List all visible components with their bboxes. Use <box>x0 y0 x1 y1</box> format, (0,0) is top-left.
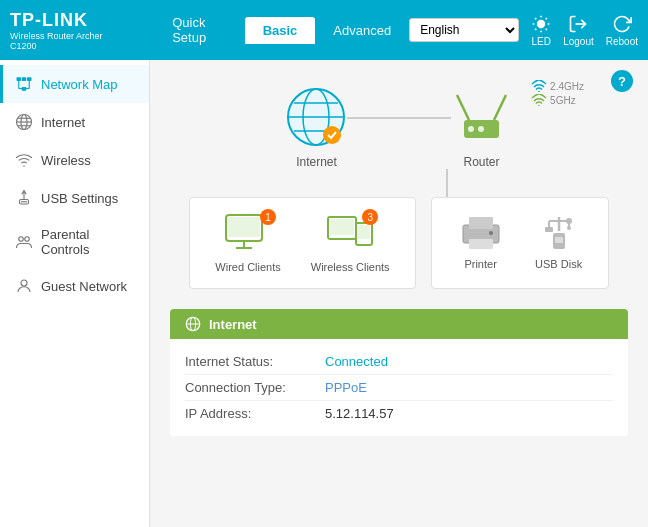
nav-tabs: Quick Setup Basic Advanced <box>154 9 409 51</box>
svg-point-15 <box>23 165 25 167</box>
connection-type-label: Connection Type: <box>185 380 325 395</box>
sidebar-label-wireless: Wireless <box>41 153 91 168</box>
wifi-5-icon <box>531 94 547 106</box>
sidebar-item-wireless[interactable]: Wireless <box>0 141 149 179</box>
svg-line-31 <box>494 95 506 120</box>
tab-advanced[interactable]: Advanced <box>315 17 409 44</box>
sidebar-item-parental-controls[interactable]: Parental Controls <box>0 217 149 267</box>
logout-label: Logout <box>563 36 594 47</box>
language-select[interactable]: English <box>409 18 519 42</box>
svg-rect-2 <box>17 77 22 81</box>
h-connector <box>347 117 451 119</box>
wifi-24-icon <box>531 80 547 92</box>
brand-name: TP-LINK <box>10 10 124 31</box>
header-right: English LED Logout Reboot <box>409 14 638 47</box>
sidebar-label-internet: Internet <box>41 115 85 130</box>
internet-info-header: Internet <box>170 309 628 339</box>
svg-line-30 <box>457 95 469 120</box>
svg-point-0 <box>537 19 545 27</box>
brand: TP-LINK Wireless Router Archer C1200 <box>10 10 124 51</box>
svg-point-20 <box>21 280 27 286</box>
svg-rect-44 <box>469 239 493 249</box>
status-value: Connected <box>325 354 388 369</box>
router-icon <box>449 85 514 150</box>
ip-label: IP Address: <box>185 406 325 421</box>
sidebar-label-usb-settings: USB Settings <box>41 191 118 206</box>
internet-node-label: Internet <box>296 155 337 169</box>
wired-clients-icon-wrap: 1 <box>224 213 272 256</box>
reboot-button[interactable]: Reboot <box>606 14 638 47</box>
svg-rect-4 <box>27 77 32 81</box>
sidebar-item-guest-network[interactable]: Guest Network <box>0 267 149 305</box>
parental-controls-icon <box>15 233 33 251</box>
internet-globe-icon <box>284 85 349 150</box>
logout-button[interactable]: Logout <box>563 14 594 47</box>
devices-box: Printer <box>431 197 609 289</box>
svg-point-18 <box>19 237 24 242</box>
led-button[interactable]: LED <box>531 14 551 47</box>
info-row-connection-type: Connection Type: PPPoE <box>185 375 613 401</box>
tab-quick-setup[interactable]: Quick Setup <box>154 9 244 51</box>
svg-rect-54 <box>555 237 563 243</box>
wireless-icon <box>15 151 33 169</box>
clients-box: 1 Wired Clients <box>189 197 415 289</box>
brand-subtitle: Wireless Router Archer C1200 <box>10 31 124 51</box>
status-label: Internet Status: <box>185 354 325 369</box>
printer-node[interactable]: Printer <box>457 213 505 273</box>
wired-clients-label: Wired Clients <box>215 261 280 273</box>
svg-rect-39 <box>330 219 354 235</box>
header: TP-LINK Wireless Router Archer C1200 Qui… <box>0 0 648 60</box>
svg-point-19 <box>25 237 30 242</box>
diagram-bottom-row: 1 Wired Clients <box>189 197 608 289</box>
printer-icon <box>457 213 505 253</box>
sidebar-label-parental-controls: Parental Controls <box>41 227 137 257</box>
internet-info-body: Internet Status: Connected Connection Ty… <box>170 339 628 436</box>
svg-rect-41 <box>358 225 370 239</box>
internet-icon <box>15 113 33 131</box>
wireless-clients-icon-wrap: 3 <box>326 213 374 256</box>
reboot-label: Reboot <box>606 36 638 47</box>
sidebar: Network Map Internet Wireless <box>0 60 150 527</box>
sidebar-item-usb-settings[interactable]: USB Settings <box>0 179 149 217</box>
info-row-ip: IP Address: 5.12.114.57 <box>185 401 613 426</box>
printer-label: Printer <box>464 258 496 270</box>
svg-rect-35 <box>228 217 260 237</box>
wireless-clients-label: Wireless Clients <box>311 261 390 273</box>
usb-disk-node[interactable]: USB Disk <box>535 213 583 273</box>
sidebar-item-internet[interactable]: Internet <box>0 103 149 141</box>
svg-rect-43 <box>469 217 493 229</box>
svg-point-52 <box>567 226 571 230</box>
led-label: LED <box>531 36 550 47</box>
wireless-clients-node[interactable]: 3 Wireless Clients <box>311 213 390 273</box>
svg-point-29 <box>478 126 484 132</box>
router-wifi-labels: 2.4GHz 5GHz <box>531 80 584 106</box>
v-connector <box>446 169 448 197</box>
content-area: ? Internet <box>150 60 648 527</box>
network-map-icon <box>15 75 33 93</box>
router-node[interactable]: Router 2.4GHz <box>449 85 514 169</box>
usb-icon <box>15 189 33 207</box>
wireless-badge: 3 <box>362 209 378 225</box>
sidebar-item-network-map[interactable]: Network Map <box>0 65 149 103</box>
network-diagram: Internet Router <box>170 85 628 289</box>
router-node-label: Router <box>463 155 499 169</box>
svg-point-45 <box>489 231 493 235</box>
connection-type-value: PPPoE <box>325 380 367 395</box>
svg-point-32 <box>538 91 540 92</box>
wired-badge: 1 <box>260 209 276 225</box>
diagram-top-row: Internet Router <box>284 85 514 169</box>
usb-disk-icon <box>535 213 583 253</box>
tab-basic[interactable]: Basic <box>245 17 316 44</box>
svg-point-33 <box>538 105 540 106</box>
svg-rect-49 <box>545 227 553 232</box>
ip-value: 5.12.114.57 <box>325 406 394 421</box>
svg-point-26 <box>323 126 341 144</box>
internet-info-section: Internet Internet Status: Connected Conn… <box>170 309 628 436</box>
info-row-status: Internet Status: Connected <box>185 349 613 375</box>
internet-node[interactable]: Internet <box>284 85 349 169</box>
main-layout: Network Map Internet Wireless <box>0 60 648 527</box>
wired-clients-node[interactable]: 1 Wired Clients <box>215 213 280 273</box>
guest-network-icon <box>15 277 33 295</box>
internet-info-title: Internet <box>209 317 257 332</box>
svg-point-28 <box>468 126 474 132</box>
